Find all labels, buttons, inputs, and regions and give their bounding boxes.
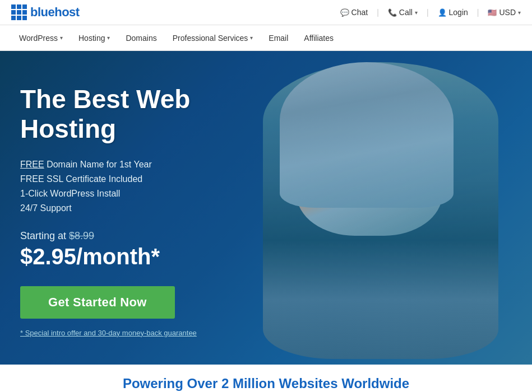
price-old: $8.99 xyxy=(69,230,94,241)
nav-item-domains[interactable]: Domains xyxy=(118,25,164,51)
feature-ssl: FREE SSL Certificate Included xyxy=(20,174,261,184)
starting-at-label: Starting at xyxy=(20,230,66,241)
footer-strip: Powering Over 2 Million Websites Worldwi… xyxy=(0,365,532,392)
user-icon xyxy=(438,8,447,17)
login-link[interactable]: Login xyxy=(438,8,468,17)
feature-domain-bold: FREE xyxy=(20,160,44,169)
currency-link[interactable]: USD ▾ xyxy=(488,8,521,17)
chat-link[interactable]: Chat xyxy=(340,8,368,17)
wordpress-dropdown-arrow: ▾ xyxy=(60,35,63,41)
currency-label: USD xyxy=(499,8,516,17)
nav-professional-services-label: Professional Services xyxy=(173,34,248,43)
nav-item-email[interactable]: Email xyxy=(261,25,296,51)
feature-domain: FREE Domain Name for 1st Year xyxy=(20,160,261,170)
call-label: Call xyxy=(399,8,413,17)
hero-features-list: FREE Domain Name for 1st Year FREE SSL C… xyxy=(20,160,261,213)
nav-wordpress-label: WordPress xyxy=(19,34,58,43)
hosting-dropdown-arrow: ▾ xyxy=(107,35,110,41)
feature-domain-text: Domain Name for 1st Year xyxy=(47,160,152,169)
nav-domains-label: Domains xyxy=(126,34,156,43)
price-new: $2.95/month* xyxy=(20,244,261,269)
logo-grid-icon xyxy=(11,4,27,20)
nav-affiliates-label: Affiliates xyxy=(304,34,334,43)
call-dropdown-arrow: ▾ xyxy=(415,10,418,16)
call-link[interactable]: Call ▾ xyxy=(388,8,418,17)
currency-dropdown-arrow: ▾ xyxy=(518,10,521,16)
phone-icon xyxy=(388,8,397,17)
nav-bar: WordPress ▾ Hosting ▾ Domains Profession… xyxy=(0,25,532,51)
feature-wordpress-text: 1-Click WordPress Install xyxy=(20,189,120,198)
nav-item-affiliates[interactable]: Affiliates xyxy=(296,25,341,51)
hero-person-image xyxy=(263,62,498,359)
feature-support-text: 24/7 Support xyxy=(20,203,72,213)
professional-services-dropdown-arrow: ▾ xyxy=(250,35,253,41)
pricing-starting: Starting at $8.99 xyxy=(20,230,261,242)
nav-item-professional-services[interactable]: Professional Services ▾ xyxy=(165,25,261,51)
login-label: Login xyxy=(449,8,468,17)
top-actions: Chat | Call ▾ | Login | USD ▾ xyxy=(340,8,521,17)
nav-hosting-label: Hosting xyxy=(78,34,105,43)
feature-wordpress: 1-Click WordPress Install xyxy=(20,189,261,199)
logo-text[interactable]: bluehost xyxy=(30,5,80,20)
chat-label: Chat xyxy=(351,8,368,17)
chat-icon xyxy=(340,8,349,17)
pricing: Starting at $8.99 $2.95/month* xyxy=(20,230,261,269)
hero-disclaimer[interactable]: * Special intro offer and 30-day money-b… xyxy=(20,329,261,337)
flag-icon xyxy=(488,8,497,17)
hero-section: The Best Web Hosting FREE Domain Name fo… xyxy=(0,51,532,365)
hero-title: The Best Web Hosting xyxy=(20,85,261,144)
nav-email-label: Email xyxy=(269,34,288,43)
feature-support: 24/7 Support xyxy=(20,203,261,213)
top-bar: bluehost Chat | Call ▾ | Login | USD ▾ xyxy=(0,0,532,25)
get-started-button[interactable]: Get Started Now xyxy=(20,286,175,319)
footer-strip-text: Powering Over 2 Million Websites Worldwi… xyxy=(123,376,409,391)
nav-item-hosting[interactable]: Hosting ▾ xyxy=(71,25,118,51)
nav-item-wordpress[interactable]: WordPress ▾ xyxy=(11,25,71,51)
feature-ssl-text: FREE SSL Certificate Included xyxy=(20,174,142,184)
hero-content: The Best Web Hosting FREE Domain Name fo… xyxy=(20,85,261,337)
logo-area[interactable]: bluehost xyxy=(11,4,80,20)
